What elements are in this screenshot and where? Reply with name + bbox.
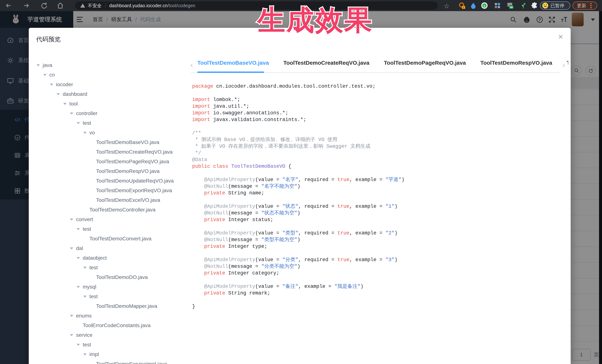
- forward-icon[interactable]: [22, 1, 30, 10]
- caret-down-icon[interactable]: [77, 257, 80, 259]
- tree-file[interactable]: ToolTestDemoConvert.java: [89, 234, 151, 244]
- browser-update-button[interactable]: 更新: [572, 1, 597, 10]
- code-line: }: [192, 303, 559, 310]
- tree-folder[interactable]: dashboard: [63, 89, 87, 99]
- tab-3[interactable]: ToolTestDemoRespVO.java: [480, 60, 552, 70]
- code-line: [192, 250, 559, 257]
- tree-folder[interactable]: iocoder: [56, 80, 73, 89]
- tree-folder[interactable]: tool: [69, 99, 78, 109]
- close-icon[interactable]: ×: [555, 31, 566, 42]
- url-separator: [105, 3, 106, 8]
- tab-bar: ToolTestDemoBaseVO.javaToolTestDemoCreat…: [197, 60, 568, 70]
- code-line: import lombok.*;: [192, 96, 559, 103]
- home-icon[interactable]: [56, 1, 64, 10]
- tree-file[interactable]: ToolTestDemoExportReqVO.java: [96, 186, 172, 195]
- caret-down-icon[interactable]: [83, 354, 86, 355]
- tree-file[interactable]: ToolTestDemoDO.java: [96, 272, 148, 282]
- extension-orange-ring-icon[interactable]: 1: [458, 2, 465, 9]
- tree-file[interactable]: ToolTestDemoController.java: [89, 205, 155, 215]
- svg-text:y: y: [484, 4, 485, 7]
- reload-icon[interactable]: [40, 1, 48, 10]
- tree-folder[interactable]: test: [83, 118, 91, 128]
- tree-folder[interactable]: service: [76, 330, 93, 340]
- extension-list-on-icon[interactable]: on: [506, 2, 514, 9]
- tab-1[interactable]: ToolTestDemoCreateReqVO.java: [283, 60, 369, 70]
- caret-down-icon[interactable]: [70, 218, 73, 220]
- code-line: import io.swagger.annotations.*;: [192, 110, 559, 116]
- tab-active-underline: [197, 72, 264, 73]
- back-icon[interactable]: [4, 1, 13, 10]
- tree-file[interactable]: ToolErrorCodeConstants.java: [83, 321, 150, 330]
- tree-file[interactable]: ToolTestDemoCreateReqVO.java: [96, 147, 172, 157]
- tabs-scroll-right-icon[interactable]: ›: [562, 61, 565, 69]
- tree-file[interactable]: ToolTestDemoBaseVO.java: [96, 137, 159, 147]
- tree-file[interactable]: ToolTestDemoExcelVO.java: [96, 195, 160, 205]
- caret-down-icon[interactable]: [77, 228, 80, 230]
- caret-down-icon[interactable]: [37, 64, 40, 66]
- tree-folder[interactable]: mysql: [83, 282, 96, 292]
- url-bar[interactable]: 不安全 dashboard.yudao.iocoder.cn /tool/cod…: [75, 1, 438, 10]
- url-path: /tool/codegen: [167, 3, 195, 8]
- tabs-scroll-left-icon[interactable]: ‹: [191, 61, 193, 69]
- profile-paused-pill[interactable]: 已暂停: [540, 1, 570, 10]
- tree-folder[interactable]: test: [83, 224, 91, 234]
- extension-squares-icon[interactable]: [494, 2, 501, 9]
- tree-folder[interactable]: test: [83, 340, 91, 350]
- caret-down-icon[interactable]: [77, 286, 80, 288]
- caret-down-icon[interactable]: [50, 83, 53, 86]
- code-line: private String remark;: [192, 290, 559, 297]
- code-line: */: [192, 150, 559, 156]
- extension-badge-1: 1: [463, 6, 464, 9]
- tab-2[interactable]: ToolTestDemoPageReqVO.java: [384, 60, 466, 70]
- tab-0[interactable]: ToolTestDemoBaseVO.java: [197, 60, 269, 70]
- tree-folder[interactable]: java: [43, 60, 52, 70]
- tree-file[interactable]: ToolTestDemoPageReqVO.java: [96, 157, 169, 166]
- extension-green-circle-icon[interactable]: y: [481, 2, 488, 9]
- caret-down-icon[interactable]: [70, 247, 73, 250]
- tree-folder[interactable]: convert: [76, 215, 93, 224]
- extension-badge-on: on: [510, 6, 513, 9]
- tree-folder[interactable]: enums: [76, 311, 92, 321]
- caret-down-icon[interactable]: [70, 334, 73, 336]
- tree-folder[interactable]: test: [89, 292, 98, 301]
- extension-blue-drop-icon[interactable]: [470, 2, 477, 9]
- tab-4[interactable]: ToolTe: [567, 60, 568, 70]
- not-secure-warning-icon: [80, 3, 85, 8]
- code-view[interactable]: package cn.iocoder.dashboard.modules.too…: [192, 83, 559, 310]
- code-preview-modal: 代码预览 × javacniocoderdashboardtoolcontrol…: [29, 28, 571, 364]
- tree-folder[interactable]: dal: [76, 244, 83, 253]
- caret-down-icon[interactable]: [70, 315, 73, 317]
- tree-file[interactable]: ToolTestDemoMapper.java: [96, 301, 157, 311]
- code-line: private String name;: [192, 190, 559, 197]
- tree-folder[interactable]: vo: [89, 128, 95, 137]
- caret-down-icon[interactable]: [83, 296, 86, 298]
- tree-folder[interactable]: dataobject: [83, 253, 107, 263]
- caret-down-icon[interactable]: [77, 344, 80, 346]
- browser-menu-icon[interactable]: [590, 2, 592, 9]
- tree-file[interactable]: ToolTestDemoRespVO.java: [96, 166, 160, 176]
- tree-folder[interactable]: test: [89, 263, 98, 272]
- code-line: @ApiModelProperty(value = "分类", required…: [192, 257, 559, 263]
- code-line: @ApiModelProperty(value = "状态", required…: [192, 203, 559, 210]
- code-line: * 如果子 VO 存在差异的字段，请不要添加到这里，影响 Swagger 文档生…: [192, 143, 559, 150]
- code-line: @NotNull(message = "状态不能为空"): [192, 210, 559, 217]
- tree-folder[interactable]: controller: [76, 109, 97, 118]
- caret-down-icon[interactable]: [57, 93, 60, 95]
- caret-down-icon[interactable]: [63, 103, 67, 105]
- code-line: private Integer category;: [192, 270, 559, 277]
- caret-down-icon[interactable]: [43, 74, 47, 76]
- extension-sprout-icon[interactable]: [520, 2, 527, 9]
- tree-folder[interactable]: cn: [49, 70, 55, 80]
- paused-label: 已暂停: [550, 3, 564, 9]
- tree-file[interactable]: ToolTestDemoUpdateReqVO.java: [96, 176, 174, 186]
- caret-down-icon[interactable]: [83, 132, 86, 134]
- code-line: @NotNull(message = "类型不能为空"): [192, 237, 559, 243]
- tree-folder[interactable]: impl: [89, 350, 99, 359]
- caret-down-icon[interactable]: [77, 122, 80, 124]
- extensions-puzzle-icon[interactable]: [531, 2, 538, 9]
- caret-down-icon[interactable]: [83, 267, 86, 269]
- bookmark-star-icon[interactable]: ☆: [444, 2, 450, 10]
- caret-down-icon[interactable]: [70, 113, 73, 114]
- tree-file[interactable]: ToolTestDemoServiceImpl.java: [96, 359, 167, 364]
- code-line: [192, 277, 559, 283]
